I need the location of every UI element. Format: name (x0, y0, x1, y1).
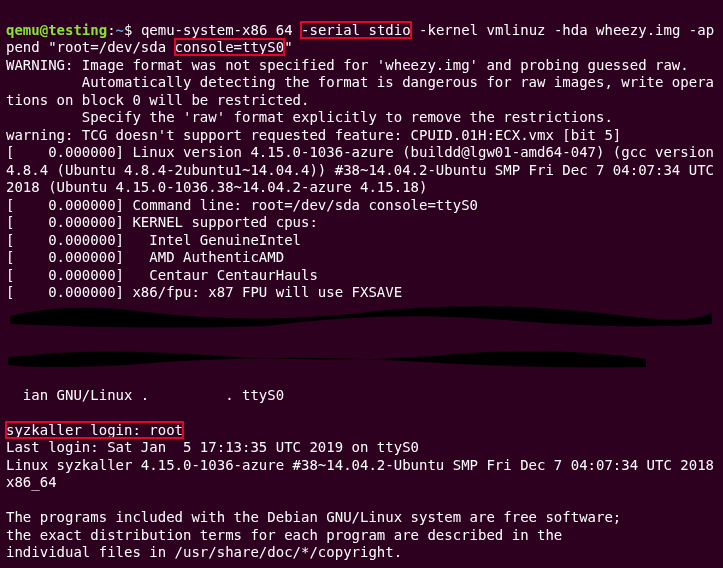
redaction-bar-1 (6, 302, 717, 330)
output-line: the exact distribution terms for each pr… (6, 527, 562, 543)
prompt-at: @ (40, 22, 48, 38)
output-fragment: ian GNU/Linux . . ttyS0 (6, 387, 284, 403)
output-line: Specify the 'raw' format explicitly to r… (6, 109, 613, 125)
output-line: [ 0.000000] Centaur CentaurHauls (6, 267, 318, 283)
output-line: The programs included with the Debian GN… (6, 509, 621, 525)
output-line: WARNING: Image format was not specified … (6, 57, 689, 73)
highlight-console-ttys0: console=ttyS0 (175, 39, 285, 55)
command-part-c: " (284, 39, 292, 55)
redaction-bar-2 (6, 347, 717, 369)
output-line: [ 0.000000] AMD AuthenticAMD (6, 249, 284, 265)
blank-line (6, 404, 14, 420)
output-line: Last login: Sat Jan 5 17:13:35 UTC 2019 … (6, 439, 419, 455)
output-line: warning: TCG doesn't support requested f… (6, 127, 621, 143)
output-line: [ 0.000000] x86/fpu: x87 FPU will use FX… (6, 284, 402, 300)
prompt-user: qemu (6, 22, 40, 38)
prompt-colon: : (107, 22, 115, 38)
prompt-line-1: qemu@testing:~$ qemu-system-x86_64 -seri… (6, 22, 714, 56)
output-line: [ 0.000000] Command line: root=/dev/sda … (6, 197, 478, 213)
output-line: [ 0.000000] Linux version 4.15.0-1036-az… (6, 144, 722, 195)
output-line: Linux syzkaller 4.15.0-1036-azure #38~14… (6, 457, 722, 491)
output-line: Automatically detecting the format is da… (6, 74, 714, 108)
highlight-login-root: syzkaller login: root (6, 422, 183, 438)
prompt-path: ~ (116, 22, 124, 38)
command-part-a: qemu-system-x86_64 (141, 22, 301, 38)
prompt-symbol: $ (124, 22, 141, 38)
output-line: [ 0.000000] KERNEL supported cpus: (6, 214, 318, 230)
output-line: individual files in /usr/share/doc/*/cop… (6, 544, 402, 560)
output-line: [ 0.000000] Intel GenuineIntel (6, 232, 301, 248)
highlight-serial-stdio: -serial stdio (301, 22, 411, 38)
terminal-output[interactable]: qemu@testing:~$ qemu-system-x86_64 -seri… (0, 0, 723, 568)
prompt-host: testing (48, 22, 107, 38)
